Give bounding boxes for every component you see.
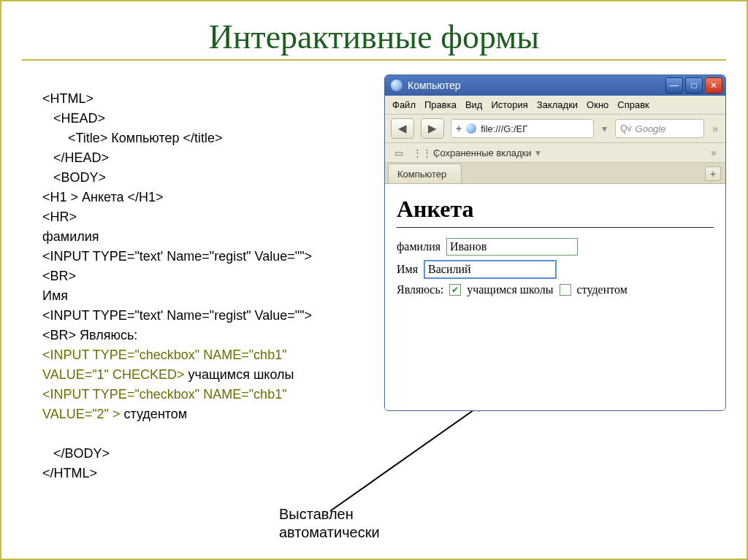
tab-bar: Компьютер +: [385, 163, 725, 184]
url-text: file:///G:/ЕГ: [481, 123, 527, 134]
forward-button[interactable]: ▶: [421, 118, 444, 139]
menu-history[interactable]: История: [491, 99, 527, 110]
bookmarks-bar: ▭ ⋮⋮⋮ Сохраненные вкладки ▾ »: [385, 143, 725, 163]
page-icon: [391, 80, 402, 91]
annotation-arrow: [323, 396, 498, 520]
label-firstname: Имя: [397, 263, 418, 276]
toolbar-overflow-icon[interactable]: »: [711, 123, 720, 134]
arrow-caption: Выставлен автоматически: [279, 505, 380, 542]
label-status: Являюсь:: [397, 283, 443, 296]
minimize-button[interactable]: —: [665, 77, 683, 93]
window-title: Компьютер: [408, 80, 665, 91]
new-tab-button[interactable]: +: [705, 166, 721, 181]
saved-tabs-button[interactable]: Сохраненные вкладки ▾: [433, 147, 542, 158]
title-underline: [22, 59, 726, 61]
maximize-button[interactable]: □: [685, 77, 703, 93]
menu-bar: Файл Правка Вид История Закладки Окно Сп…: [385, 96, 725, 115]
search-field[interactable]: Qv Google: [615, 119, 704, 138]
close-button[interactable]: ✕: [705, 77, 722, 93]
option-school: учащимся школы: [467, 283, 553, 296]
book-icon[interactable]: ▭: [392, 147, 405, 158]
checkbox-school[interactable]: ✔: [449, 284, 461, 296]
svg-line-0: [330, 402, 486, 511]
search-icon: Qv: [620, 123, 631, 134]
tab-computer[interactable]: Компьютер: [388, 164, 462, 183]
page-content: Анкета фамилия Имя Являюсь: ✔ учащимся ш…: [385, 184, 725, 410]
label-lastname: фамилия: [397, 240, 440, 253]
menu-file[interactable]: Файл: [392, 99, 416, 110]
browser-window: Компьютер — □ ✕ Файл Правка Вид История …: [384, 74, 726, 411]
checkbox-student[interactable]: [560, 284, 571, 296]
input-lastname[interactable]: [446, 238, 578, 256]
slide-title: Интерактивные формы: [22, 18, 726, 56]
grid-icon[interactable]: ⋮⋮⋮: [413, 147, 426, 158]
page-divider: [397, 227, 714, 228]
bookmarks-overflow-icon[interactable]: »: [709, 147, 718, 158]
menu-edit[interactable]: Правка: [424, 99, 457, 110]
page-heading: Анкета: [397, 196, 714, 223]
window-titlebar: Компьютер — □ ✕: [385, 75, 725, 96]
url-field[interactable]: + file:///G:/ЕГ: [451, 119, 594, 138]
input-firstname[interactable]: [424, 260, 557, 279]
search-placeholder: Google: [636, 123, 666, 134]
nav-toolbar: ◀ ▶ + file:///G:/ЕГ ▾ Qv Google »: [385, 115, 725, 143]
menu-bookmarks[interactable]: Закладки: [537, 99, 578, 110]
html-code-sample: <HTML> <HEAD> <Title> Компьютер </title>…: [42, 89, 312, 483]
site-icon: [466, 123, 476, 134]
option-student: студентом: [577, 283, 627, 296]
url-dropdown-icon[interactable]: ▾: [600, 123, 608, 134]
back-button[interactable]: ◀: [391, 118, 414, 139]
add-bookmark-icon[interactable]: +: [456, 123, 462, 134]
menu-help[interactable]: Справк: [617, 99, 649, 110]
menu-view[interactable]: Вид: [465, 99, 483, 110]
menu-window[interactable]: Окно: [587, 99, 608, 110]
